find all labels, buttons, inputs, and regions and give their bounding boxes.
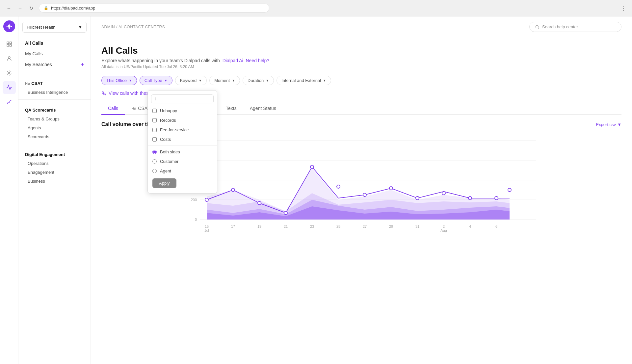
add-search-icon[interactable]: + [81, 62, 84, 67]
filter-duration[interactable]: Duration ▼ [243, 76, 274, 85]
dropdown-item-unhappy[interactable]: Unhappy [148, 106, 217, 116]
dropdown-item-fee-for-service[interactable]: Fee-for-service [148, 125, 217, 135]
sidebar-item-my-calls[interactable]: My Calls [18, 48, 91, 59]
x-label-29: 29 [389, 224, 393, 228]
back-button[interactable]: ← [5, 5, 13, 12]
svg-point-4 [11, 26, 12, 27]
fee-for-service-label: Fee-for-service [160, 127, 189, 132]
svg-point-1 [9, 24, 10, 25]
dropdown-search-input[interactable] [151, 94, 214, 103]
export-csv-button[interactable]: Export.csv ▼ [596, 122, 621, 127]
browser-menu-button[interactable]: ⋮ [621, 5, 627, 12]
chevron-down-icon: ▼ [78, 25, 82, 30]
main-content: ADMIN / AI CONTACT CENTERS Search help c… [91, 16, 632, 364]
sidebar-item-business[interactable]: Business [18, 177, 91, 186]
x-label-2: 2 [443, 224, 445, 228]
sidebar-item-teams-groups[interactable]: Teams & Groups [18, 115, 91, 123]
nav-insights-icon[interactable] [3, 81, 16, 94]
need-help-link[interactable]: Need help? [246, 58, 269, 63]
sidebar-item-scorecards[interactable]: Scorecards [18, 132, 91, 141]
chart-point-6 [363, 193, 366, 196]
tab-texts-label: Texts [226, 106, 237, 111]
sidebar-item-all-calls[interactable]: All Calls [18, 38, 91, 48]
chart-point-8 [416, 196, 419, 200]
costs-checkbox[interactable] [152, 137, 157, 142]
filter-this-office[interactable]: This Office ▼ [101, 76, 137, 85]
dropdown-item-both-sides[interactable]: Both sides [148, 147, 217, 157]
chart-line-icon [6, 99, 12, 105]
dropdown-item-customer[interactable]: Customer [148, 157, 217, 166]
x-label-19: 19 [257, 224, 261, 228]
sidebar: Hillcrest Health ▼ All Calls My Calls My… [18, 16, 91, 364]
sidebar-item-label: My Searches [25, 62, 52, 67]
unhappy-checkbox[interactable] [152, 109, 157, 113]
person-icon [6, 56, 12, 62]
filter-keyword[interactable]: Keyword ▼ [175, 76, 207, 85]
both-sides-radio[interactable] [152, 150, 157, 154]
browser-chrome: ← → ↻ 🔒 https://dialpad.com/app ⋮ [0, 0, 632, 16]
filter-this-office-label: This Office [106, 78, 127, 83]
agent-radio[interactable] [152, 169, 157, 173]
sidebar-item-operations[interactable]: Operations [18, 159, 91, 168]
filter-call-type-label: Call Type [145, 78, 162, 83]
filter-duration-label: Duration [248, 78, 264, 83]
agent-label: Agent [160, 169, 171, 173]
customer-radio[interactable] [152, 159, 157, 164]
x-label-15: 15 [205, 224, 209, 228]
address-bar[interactable]: 🔒 https://dialpad.com/app [39, 4, 269, 13]
x-label-27: 27 [363, 224, 367, 228]
reload-button[interactable]: ↻ [28, 5, 35, 12]
chevron-down-icon: ▼ [232, 79, 235, 82]
sidebar-item-business-intelligence[interactable]: Business Intelligence [18, 88, 91, 97]
nav-contacts-icon[interactable] [3, 52, 16, 65]
filter-call-type[interactable]: Call Type ▼ [140, 76, 172, 85]
filter-internal-external[interactable]: Internal and External ▼ [276, 76, 331, 85]
records-checkbox[interactable] [152, 118, 157, 122]
records-label: Records [160, 118, 176, 123]
dropdown-item-costs[interactable]: Costs [148, 135, 217, 144]
y-label-200: 200 [191, 198, 197, 202]
icon-rail [0, 16, 18, 364]
dropdown-item-agent[interactable]: Agent [148, 166, 217, 176]
sidebar-item-agents[interactable]: Agents [18, 123, 91, 132]
filter-keyword-label: Keyword [180, 78, 197, 83]
search-icon [535, 25, 540, 29]
chevron-down-icon: ▼ [129, 79, 132, 82]
svg-rect-5 [7, 42, 9, 43]
sidebar-item-engagement[interactable]: Enagagement [18, 168, 91, 177]
forward-button[interactable]: → [16, 5, 24, 12]
chart-point-1 [231, 188, 235, 192]
qa-scorecards-section-header: QA Scorecards [18, 102, 91, 115]
top-bar: ADMIN / AI CONTACT CENTERS Search help c… [91, 16, 632, 36]
nav-analytics-icon[interactable] [3, 38, 16, 51]
x-label-17: 17 [231, 224, 235, 228]
fee-for-service-checkbox[interactable] [152, 128, 157, 132]
phone-icon [101, 91, 106, 95]
svg-point-2 [9, 28, 10, 29]
sidebar-item-my-searches[interactable]: My Searches + [18, 59, 91, 70]
unhappy-label: Unhappy [160, 108, 177, 113]
org-name: Hillcrest Health [27, 25, 55, 30]
tab-texts[interactable]: Texts [219, 102, 243, 115]
dropdown-item-records[interactable]: Records [148, 116, 217, 125]
tab-calls[interactable]: Calls [101, 102, 125, 115]
org-selector[interactable]: Hillcrest Health ▼ [22, 22, 87, 33]
x-label-31: 31 [415, 224, 419, 228]
filter-moment[interactable]: Moment ▼ [209, 76, 240, 85]
svg-rect-8 [10, 45, 11, 46]
apply-button[interactable]: Apply [152, 178, 176, 188]
export-csv-label: Export.csv [596, 122, 616, 127]
svg-point-0 [8, 25, 10, 28]
analytics-icon [6, 41, 12, 47]
search-help-input[interactable]: Search help center [529, 22, 621, 32]
nav-settings-icon[interactable] [3, 66, 16, 80]
chevron-down-icon: ▼ [164, 79, 168, 82]
call-type-dropdown: Unhappy Records Fee-for-service Costs [147, 90, 217, 194]
y-label-0: 0 [195, 218, 197, 221]
dialpad-ai-link[interactable]: Dialpad Ai [223, 58, 243, 63]
filter-moment-label: Moment [214, 78, 230, 83]
tab-agent-status[interactable]: Agent Status [243, 102, 283, 115]
nav-chart-icon[interactable] [3, 95, 16, 109]
app-logo[interactable] [3, 20, 15, 32]
svg-point-9 [8, 57, 10, 59]
